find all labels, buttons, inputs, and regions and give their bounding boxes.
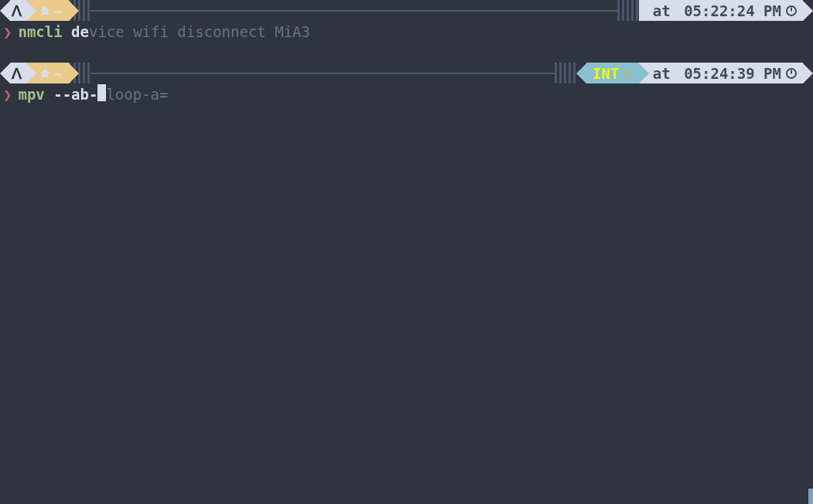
time-prefix: at xyxy=(653,2,679,19)
cap-right xyxy=(803,1,813,21)
command-program: nmcli xyxy=(18,23,62,40)
clock-icon xyxy=(786,68,797,79)
command-typed: de xyxy=(63,23,89,40)
status-x-icon: ✘ xyxy=(623,65,632,82)
prompt-symbol: ❯ xyxy=(3,86,18,103)
shade-divider xyxy=(555,63,576,83)
arrow-icon xyxy=(69,63,79,83)
status-segment: INT ✘ xyxy=(586,63,639,83)
home-icon xyxy=(40,6,50,11)
time-segment: at 05:22:24 PM xyxy=(639,0,803,21)
time-prefix: at xyxy=(653,65,679,82)
dir-text: ~ xyxy=(54,65,63,82)
dir-text: ~ xyxy=(54,2,63,19)
arrow-icon xyxy=(69,1,79,21)
cap-left xyxy=(0,63,10,83)
time-text: 05:22:24 PM xyxy=(684,2,781,19)
clock-icon xyxy=(786,5,797,16)
command-autosuggest: loop-a= xyxy=(106,86,168,103)
os-segment: ᐱ xyxy=(10,63,26,83)
prompt-line: ᐱ ~ at 05:22:24 PM xyxy=(0,0,813,21)
arrow-icon xyxy=(26,63,36,83)
rule-line xyxy=(91,73,555,74)
rule-line xyxy=(91,10,617,12)
cursor xyxy=(97,84,106,101)
os-icon: ᐱ xyxy=(12,2,22,19)
os-segment: ᐱ xyxy=(10,0,26,21)
cap-left xyxy=(0,1,10,21)
arrow-icon xyxy=(639,63,649,83)
cap-int-left xyxy=(576,63,586,83)
status-label: INT xyxy=(593,65,619,82)
arrow-icon xyxy=(26,1,36,21)
command-line[interactable]: ❯nmcli device wifi disconnect MiA3 xyxy=(0,21,813,42)
cap-right xyxy=(803,63,813,83)
time-text: 05:24:39 PM xyxy=(684,65,781,82)
command-autosuggest: vice wifi disconnect MiA3 xyxy=(89,23,310,40)
os-icon: ᐱ xyxy=(12,65,22,82)
time-segment: at 05:24:39 PM xyxy=(639,63,803,83)
prompt-symbol: ❯ xyxy=(3,23,18,40)
shade-divider xyxy=(617,0,639,21)
home-icon xyxy=(40,69,50,73)
scrollbar-thumb[interactable] xyxy=(808,489,813,504)
prompt-line: ᐱ ~ INT ✘ at 05:24:39 PM xyxy=(0,63,813,83)
command-typed: --ab- xyxy=(45,86,98,103)
command-line[interactable]: ❯mpv --ab-loop-a= xyxy=(0,83,813,104)
command-program: mpv xyxy=(18,86,44,103)
